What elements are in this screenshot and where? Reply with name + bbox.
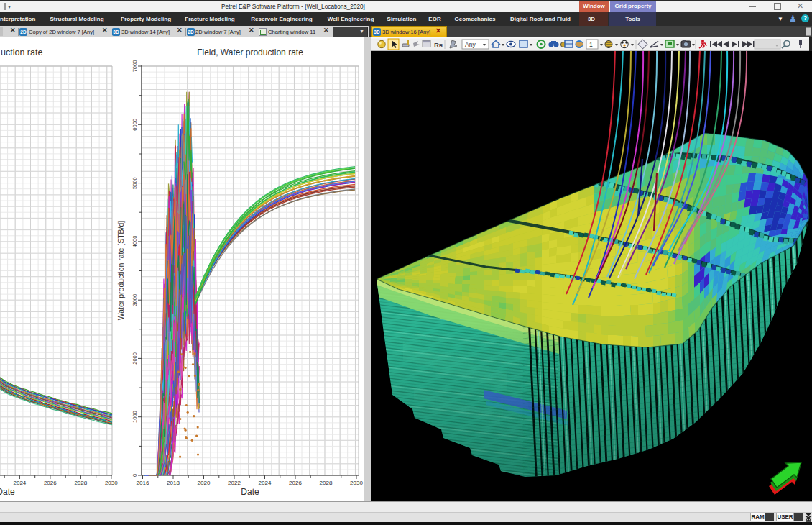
svg-text:2028: 2028 <box>320 480 333 486</box>
svg-text:uction rate: uction rate <box>1 47 42 58</box>
svg-text:RR: RR <box>434 41 443 49</box>
svg-text:1: 1 <box>589 41 593 48</box>
svg-text:2030: 2030 <box>350 480 363 486</box>
svg-text:3000: 3000 <box>132 294 138 306</box>
svg-text:Date: Date <box>0 487 15 497</box>
svg-text:2018: 2018 <box>167 480 180 486</box>
svg-text:Field, Water production rate: Field, Water production rate <box>197 47 303 58</box>
svg-text:2022: 2022 <box>228 480 241 486</box>
svg-text:2030: 2030 <box>105 480 118 486</box>
svg-text:Date: Date <box>241 487 259 497</box>
svg-text:2026: 2026 <box>44 480 57 486</box>
svg-text:2026: 2026 <box>289 480 302 486</box>
svg-text:6000: 6000 <box>132 119 138 131</box>
svg-text:2024: 2024 <box>259 480 272 486</box>
svg-text:7000: 7000 <box>132 60 138 73</box>
svg-text:2028: 2028 <box>74 480 87 486</box>
svg-text:Water production rate [STB/d]: Water production rate [STB/d] <box>116 221 125 321</box>
svg-text:2000: 2000 <box>132 352 138 365</box>
svg-text:2016: 2016 <box>137 480 149 486</box>
svg-text:4000: 4000 <box>132 236 138 248</box>
svg-text:0: 0 <box>132 474 138 477</box>
svg-text:Any: Any <box>465 41 476 48</box>
svg-text:1000: 1000 <box>132 411 138 423</box>
svg-text:2020: 2020 <box>198 480 211 486</box>
svg-text:5000: 5000 <box>132 177 138 189</box>
svg-text:2024: 2024 <box>14 480 27 486</box>
